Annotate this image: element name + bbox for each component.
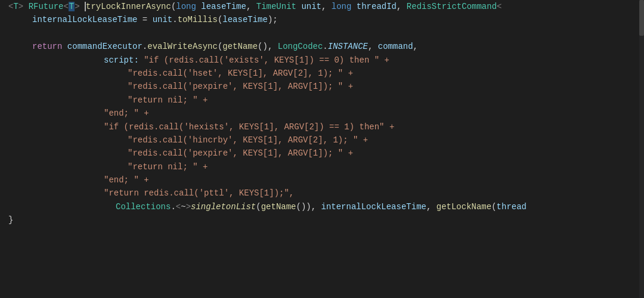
str-10b: " + bbox=[379, 122, 394, 132]
var-unit: unit bbox=[153, 15, 173, 24]
str-6: "redis.call('hset', KEYS[1], ARGV[2], 1)… bbox=[128, 69, 353, 78]
tilde-16: ~ bbox=[181, 202, 185, 212]
space7 bbox=[351, 2, 356, 11]
param-leaseTime: leaseTime bbox=[201, 2, 246, 11]
fn-singletonList: singletonList bbox=[191, 202, 256, 212]
var-internalLockLeaseTime: internalLockLeaseTime bbox=[32, 15, 137, 24]
scrollbar-thumb[interactable] bbox=[639, 0, 644, 36]
code-line-1: <T> RFuture<T> tryLockInnerAsync(long le… bbox=[6, 0, 644, 13]
var-commandExecutor: commandExecutor bbox=[67, 42, 143, 51]
var-internalLockLeaseTime-16: internalLockLeaseTime bbox=[321, 202, 426, 212]
str-14: "end; " + bbox=[104, 175, 149, 185]
comma-4b: , bbox=[413, 42, 418, 51]
type-TimeUnit: TimeUnit bbox=[256, 2, 296, 11]
fn-toMillis: toMillis bbox=[178, 15, 218, 24]
line-4-content: return commandExecutor.evalWriteAsync(ge… bbox=[6, 40, 644, 53]
generic-open-16: < bbox=[176, 202, 181, 212]
generic-close-16: > bbox=[186, 202, 191, 212]
space-16b bbox=[431, 202, 436, 212]
kw-long1: long bbox=[176, 2, 196, 11]
fn-evalWriteAsync: evalWriteAsync bbox=[147, 42, 218, 51]
dot-4: . bbox=[143, 42, 147, 51]
vertical-scrollbar[interactable] bbox=[639, 0, 644, 298]
line-14-content: "end; " + bbox=[6, 173, 644, 187]
code-editor: <T> RFuture<T> tryLockInnerAsync(long le… bbox=[0, 0, 644, 298]
space-4c bbox=[373, 42, 377, 51]
type-T: T bbox=[13, 2, 18, 11]
parens-16: ()), bbox=[296, 202, 316, 212]
code-line-11: "redis.call('hincrby', KEYS[1], ARGV[2],… bbox=[6, 134, 644, 147]
code-line-16: Collections.<~>singletonList(getName()),… bbox=[6, 200, 644, 213]
type-Collections: Collections bbox=[116, 202, 171, 212]
type-LongCodec: LongCodec bbox=[278, 42, 323, 51]
code-line-8: "return nil; " + bbox=[6, 94, 644, 107]
parens-4: (), bbox=[258, 42, 273, 51]
str-15: "return redis.call('pttl', KEYS[1]);", bbox=[104, 188, 294, 198]
line-13-content: "return nil; " + bbox=[6, 160, 644, 173]
var-command: command bbox=[378, 42, 413, 51]
code-line-15: "return redis.call('pttl', KEYS[1]);", bbox=[6, 187, 644, 200]
indent-5 bbox=[8, 54, 104, 67]
fn-getName-16: getName bbox=[261, 202, 296, 212]
code-line-17: } bbox=[6, 213, 644, 226]
code-line-13: "return nil; " + bbox=[6, 160, 644, 173]
param-thread: thread bbox=[497, 202, 527, 212]
str-5: "if (redis.call('exists', KEYS[1]) == 0)… bbox=[144, 55, 389, 65]
code-line-5: script: "if (redis.call('exists', KEYS[1… bbox=[6, 54, 644, 67]
type-RFuture: RFuture bbox=[29, 2, 64, 11]
space bbox=[23, 2, 28, 11]
field-INSTANCE: INSTANCE bbox=[328, 42, 368, 51]
line-10-content: "if (redis.call('hexists', KEYS[1], ARGV… bbox=[6, 120, 644, 134]
code-line-2: internalLockLeaseTime = unit.toMillis(le… bbox=[6, 13, 644, 26]
str-11: "redis.call('hincrby', KEYS[1], ARGV[2],… bbox=[128, 135, 368, 145]
kw-then: then bbox=[359, 122, 379, 132]
generic-close: > bbox=[75, 2, 79, 11]
kw-return: return bbox=[32, 42, 62, 51]
line-11-content: "redis.call('hincrby', KEYS[1], ARGV[2],… bbox=[6, 134, 644, 147]
line-16-content: Collections.<~>singletonList(getName()),… bbox=[6, 200, 644, 213]
code-line-9: "end; " + bbox=[6, 107, 644, 120]
lt-end: < bbox=[497, 2, 501, 11]
code-line-6: "redis.call('hset', KEYS[1], ARGV[2], 1)… bbox=[6, 67, 644, 80]
generic-open: < bbox=[63, 2, 68, 11]
str-12: "redis.call('pexpire', KEYS[1], ARGV[1])… bbox=[128, 148, 353, 158]
indent-4 bbox=[8, 40, 32, 53]
line-12-content: "redis.call('pexpire', KEYS[1], ARGV[1])… bbox=[6, 147, 644, 160]
code-line-12: "redis.call('pexpire', KEYS[1], ARGV[1])… bbox=[6, 147, 644, 160]
angle-bracket-close: > bbox=[18, 2, 23, 11]
line-6-content: "redis.call('hset', KEYS[1], ARGV[2], 1)… bbox=[6, 67, 644, 80]
code-line-14: "end; " + bbox=[6, 173, 644, 187]
paren-open-16: ( bbox=[256, 202, 261, 212]
fn-getName: getName bbox=[222, 42, 258, 51]
line-2-content: internalLockLeaseTime = unit.toMillis(le… bbox=[6, 13, 644, 26]
space-4b bbox=[273, 42, 277, 51]
str-10: "if (redis.call('hexists', KEYS[1], ARGV… bbox=[104, 122, 359, 132]
space-5 bbox=[139, 55, 144, 65]
code-line-3 bbox=[6, 27, 644, 40]
code-line-10: "if (redis.call('hexists', KEYS[1], ARGV… bbox=[6, 120, 644, 134]
code-line-7: "redis.call('pexpire', KEYS[1], ARGV[1])… bbox=[6, 80, 644, 93]
str-8: "return nil; " + bbox=[128, 95, 208, 105]
dot-16: . bbox=[171, 202, 175, 212]
line-7-content: "redis.call('pexpire', KEYS[1], ARGV[1])… bbox=[6, 80, 644, 93]
script-label: script: bbox=[104, 55, 139, 65]
code-content: <T> RFuture<T> tryLockInnerAsync(long le… bbox=[0, 0, 644, 227]
str-7: "redis.call('pexpire', KEYS[1], ARGV[1])… bbox=[128, 82, 353, 91]
line-17-content: } bbox=[6, 213, 644, 226]
space-4 bbox=[62, 42, 67, 51]
space4 bbox=[251, 2, 256, 11]
space8 bbox=[401, 2, 406, 11]
code-line-4: return commandExecutor.evalWriteAsync(ge… bbox=[6, 40, 644, 53]
highlight-T: T bbox=[69, 2, 75, 11]
line-1-content: <T> RFuture<T> tryLockInnerAsync(long le… bbox=[6, 0, 644, 13]
paren-16b: ( bbox=[491, 202, 496, 212]
indent-2 bbox=[8, 13, 32, 26]
space6 bbox=[326, 2, 331, 11]
fn-getLockName: getLockName bbox=[436, 202, 491, 212]
fn-tryLockInnerAsync: tryLockInnerAsync bbox=[86, 2, 171, 11]
line-3-content bbox=[6, 27, 644, 40]
dot-4b: . bbox=[323, 42, 327, 51]
kw-long2: long bbox=[332, 2, 352, 11]
line-15-content: "return redis.call('pttl', KEYS[1]);", bbox=[6, 187, 644, 200]
line-9-content: "end; " + bbox=[6, 107, 644, 120]
